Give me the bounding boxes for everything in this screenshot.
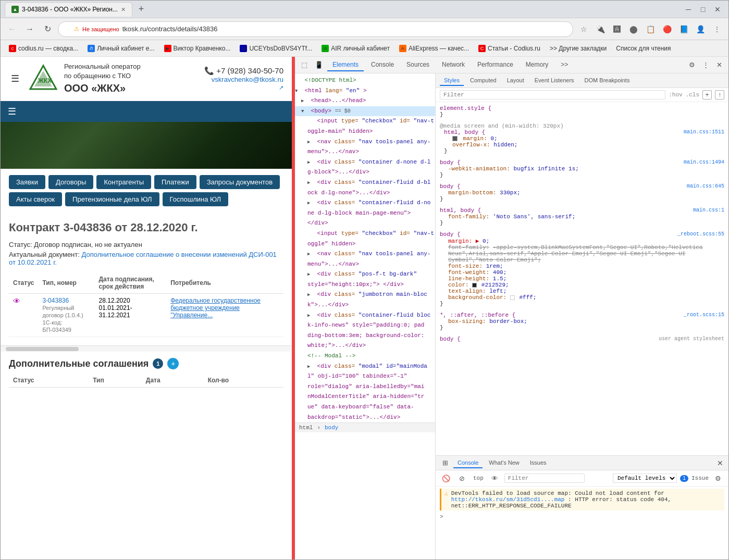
css-source-main1511[interactable]: main.css:1511 — [684, 129, 724, 135]
nav-btn-claims[interactable]: Претензионные дела ЮЛ — [65, 192, 159, 206]
nav-btn-contractors[interactable]: Контрагенты — [96, 175, 151, 189]
consumer-link[interactable]: Федеральное государственное бюджетное уч… — [170, 297, 261, 319]
bookmark-vk[interactable]: ▶ Виктор Кравченко... — [160, 43, 235, 54]
bookmark-reading[interactable]: Список для чтения — [612, 43, 675, 54]
styles-tab-dom-breakpoints[interactable]: DOM Breakpoints — [580, 76, 634, 86]
console-tab-whatsnew[interactable]: What's New — [485, 458, 523, 468]
dom-line-div4[interactable]: <div class= "pos-f-t bg-dark" — [295, 269, 435, 280]
dom-line-div2b[interactable]: ock d-lg-none">...</div> — [295, 188, 435, 198]
dom-line-div6b[interactable]: k-info-news" style="padding:0; pad — [295, 320, 435, 331]
dom-line-div5[interactable]: <div class= "jumbotron main-bloc — [295, 290, 435, 300]
bookmark-articles[interactable]: C Статьи - Codius.ru — [474, 43, 545, 54]
maximize-button[interactable]: □ — [696, 3, 710, 16]
dom-line-input2[interactable]: <input type= "checkbox" id= "nav-t — [295, 229, 435, 239]
close-button[interactable]: ✕ — [711, 3, 724, 16]
dom-line-div6[interactable]: <div class= "container-fluid bloc — [295, 310, 435, 321]
forward-button[interactable]: → — [22, 22, 37, 36]
nav-btn-contracts[interactable]: Договоры — [48, 175, 93, 189]
dom-line-input1[interactable]: <input type= "checkbox" id= "nav-t — [295, 116, 435, 127]
minimize-button[interactable]: ─ — [682, 3, 695, 16]
dom-line-input2b[interactable]: oggle" hidden> — [295, 239, 435, 250]
console-eye-button[interactable]: 👁 — [489, 472, 501, 484]
dom-line-div2[interactable]: <div class= "container-fluid d-bl — [295, 178, 435, 188]
dom-line-nav1[interactable]: <nav class= "nav tools-panel any- — [295, 137, 435, 147]
breadcrumb-body[interactable]: body — [325, 425, 338, 431]
styles-add-rule-button[interactable]: + — [702, 90, 712, 99]
extension-icon-1[interactable]: 🔌 — [593, 22, 608, 36]
scrollbar-thumb[interactable] — [6, 347, 79, 351]
dom-line-modal-comment[interactable]: <!-- Modal --> — [295, 351, 435, 362]
nav-btn-requests[interactable]: Заявки — [9, 175, 45, 189]
extension-icon-2[interactable]: 🅰 — [610, 22, 624, 36]
devtools-tab-console[interactable]: Console — [366, 59, 399, 71]
dom-line-div5b[interactable]: k">...</div> — [295, 300, 435, 310]
css-source-main1494[interactable]: main.css:1494 — [684, 159, 724, 165]
devtools-mobile-button[interactable]: 📱 — [313, 59, 325, 71]
css-source-main645[interactable]: main.css:645 — [687, 183, 724, 189]
dom-scroll-area[interactable]: <!DOCTYPE html> <html lang= "en" > <head… — [295, 76, 435, 422]
devtools-more-button[interactable]: ⋮ — [699, 59, 712, 71]
bookmark-ali[interactable]: A AliExpress — качес... — [395, 43, 473, 54]
bookmark-codius[interactable]: c codius.ru — сводка... — [5, 43, 82, 54]
dom-line-html[interactable]: <html lang= "en" > — [295, 86, 435, 96]
devtools-tab-network[interactable]: Network — [437, 59, 470, 71]
new-tab-button[interactable]: + — [134, 3, 148, 16]
console-tab-issues[interactable]: Issues — [526, 458, 551, 468]
dom-line-nav2b[interactable]: menu">...</nav> — [295, 259, 435, 270]
hamburger-menu-button[interactable]: ☰ — [9, 71, 21, 86]
extension-icon-4[interactable]: 📋 — [643, 22, 658, 36]
contract-number-link[interactable]: 3-043836 — [42, 297, 69, 304]
address-input-container[interactable]: ⚠ Не защищено tkosk.ru/contracts/details… — [58, 21, 573, 37]
nav-btn-docs[interactable]: Запросы документов — [200, 175, 280, 189]
devtools-close-button[interactable]: ✕ — [713, 59, 725, 71]
active-tab[interactable]: ▲ 3-043836 - ООО «ЖКХ» Регион... ✕ — [5, 2, 132, 17]
devtools-tab-memory[interactable]: Memory — [521, 59, 553, 71]
eye-icon[interactable]: 👁 — [13, 297, 20, 305]
devtools-inspect-button[interactable]: ⬚ — [298, 59, 311, 71]
dom-line-modal-c[interactable]: role="dialog" aria-labelledby="mai — [295, 382, 435, 392]
dom-line-div4b[interactable]: style="height:10px;"> </div> — [295, 280, 435, 290]
dom-line-modal-b[interactable]: l" obj-id="100" tabindex="-1" — [295, 371, 435, 382]
dom-line-input1b[interactable]: oggle-main" hidden> — [295, 127, 435, 137]
bookmark-star-button[interactable]: ☆ — [576, 22, 591, 36]
dom-line-div3[interactable]: <div class= "container-fluid d-no — [295, 198, 435, 208]
dom-line-div1[interactable]: <div class= "container d-none d-l — [295, 157, 435, 168]
console-tab-console[interactable]: Console — [453, 458, 483, 468]
horizontal-scrollbar[interactable] — [1, 345, 292, 352]
dom-line-head[interactable]: <head>...</head> — [295, 96, 435, 106]
back-button[interactable]: ← — [5, 22, 19, 36]
extension-icon-6[interactable]: 📘 — [676, 22, 691, 36]
dom-line-div3c[interactable]: </div> — [295, 218, 435, 229]
reload-button[interactable]: ↻ — [40, 22, 55, 36]
devtools-tab-sources[interactable]: Sources — [401, 59, 435, 71]
dom-line-nav1b[interactable]: menu">...</nav> — [295, 147, 435, 157]
styles-tab-layout[interactable]: Layout — [503, 76, 528, 86]
css-checkbox-margin[interactable] — [452, 136, 458, 141]
devtools-tab-performance[interactable]: Performance — [472, 59, 518, 71]
breadcrumb-html[interactable]: html — [299, 425, 313, 431]
dom-line-body[interactable]: <body> == $0 — [295, 106, 435, 117]
css-source-main1[interactable]: main.css:1 — [693, 207, 724, 213]
dom-line-modal-d[interactable]: nModalCenterTitle" aria-hidden="tr — [295, 392, 435, 402]
dom-line-div6d[interactable]: white;">...</div> — [295, 341, 435, 351]
dom-line-div6c[interactable]: ding-bottom:3em; background-color: — [295, 331, 435, 341]
filter-hint-hov[interactable]: :hov — [669, 92, 682, 98]
dom-line-modal[interactable]: <div class= "modal" id="mainModa — [295, 362, 435, 372]
bookmark-lk[interactable]: Л Личный кабинет е... — [83, 43, 158, 54]
filter-hint-cls[interactable]: .cls — [686, 92, 699, 98]
devtools-tab-more[interactable]: >> — [555, 59, 573, 71]
styles-tab-computed[interactable]: Computed — [466, 76, 501, 86]
dom-line-modal-e[interactable]: ue" data-keyboard="false" data- — [295, 402, 435, 413]
css-source-reboot[interactable]: _reboot.scss:55 — [677, 231, 724, 237]
css-source-root15[interactable]: _root.scss:15 — [684, 312, 724, 318]
styles-tab-styles[interactable]: Styles — [440, 76, 464, 86]
devtools-tab-elements[interactable]: Elements — [327, 59, 364, 71]
bookmark-uce[interactable]: U UCEYbsDoBVS4YТf... — [236, 43, 316, 54]
devtools-settings-button[interactable]: ⚙ — [686, 59, 698, 71]
email-link[interactable]: vskravchenko@tkosk.ru — [204, 76, 283, 83]
console-clear-button[interactable]: 🚫 — [440, 472, 452, 484]
console-warning-link[interactable]: http://tkosk.ru/sm/31d5cd1....map — [451, 496, 565, 503]
tab-close-button[interactable]: ✕ — [121, 6, 126, 13]
dom-line-doctype[interactable]: <!DOCTYPE html> — [295, 76, 435, 86]
dom-line-modal-f[interactable]: backdrop="static">...</div> — [295, 413, 435, 423]
